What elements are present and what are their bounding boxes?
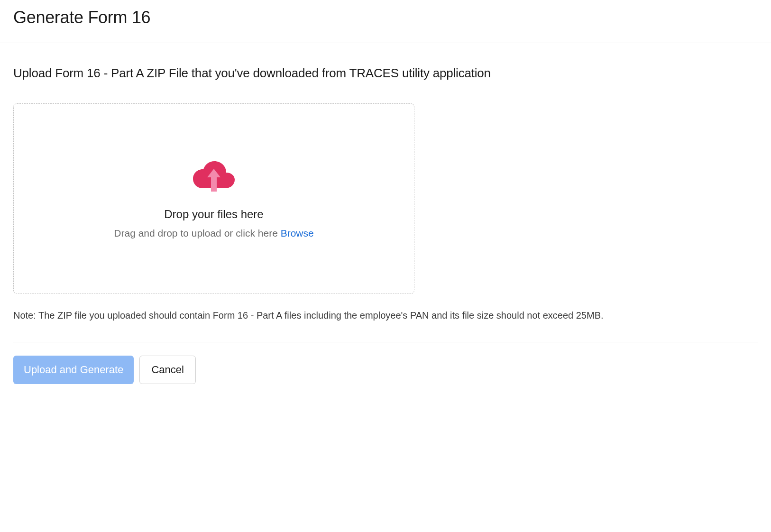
file-dropzone[interactable]: Drop your files here Drag and drop to up… bbox=[13, 103, 414, 294]
dropzone-title: Drop your files here bbox=[164, 208, 263, 221]
browse-link[interactable]: Browse bbox=[281, 228, 314, 238]
content-section: Upload Form 16 - Part A ZIP File that yo… bbox=[0, 43, 771, 397]
cloud-upload-icon bbox=[192, 158, 236, 194]
cancel-button[interactable]: Cancel bbox=[139, 356, 195, 384]
page-header: Generate Form 16 bbox=[0, 0, 771, 43]
upload-heading: Upload Form 16 - Part A ZIP File that yo… bbox=[13, 66, 758, 81]
dropzone-subtitle-text: Drag and drop to upload or click here bbox=[114, 228, 280, 238]
upload-generate-button[interactable]: Upload and Generate bbox=[13, 356, 134, 384]
dropzone-subtitle: Drag and drop to upload or click here Br… bbox=[114, 228, 313, 239]
section-divider bbox=[13, 342, 758, 342]
action-buttons: Upload and Generate Cancel bbox=[13, 356, 758, 384]
page-title: Generate Form 16 bbox=[13, 8, 758, 28]
svg-rect-0 bbox=[211, 176, 217, 192]
upload-note: Note: The ZIP file you uploaded should c… bbox=[13, 310, 758, 321]
